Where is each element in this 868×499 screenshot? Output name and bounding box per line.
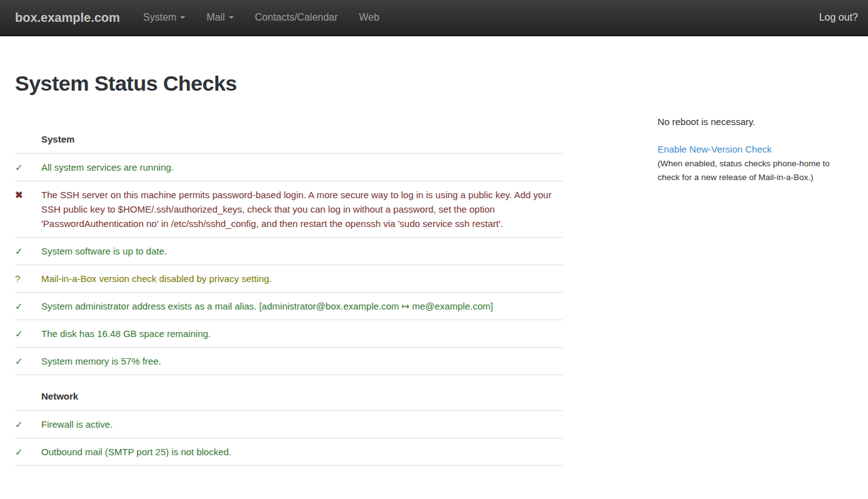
logout-link[interactable]: Log out? xyxy=(819,12,858,23)
error-x-icon: ✖ xyxy=(15,181,41,238)
navbar-brand[interactable]: box.example.com xyxy=(0,0,120,35)
version-check-block: Enable New-Version Check (When enabled, … xyxy=(657,144,853,184)
nav-item-system-label: System xyxy=(143,0,176,35)
status-check-row: ✓ System administrator address exists as… xyxy=(15,293,563,320)
check-icon: ✓ xyxy=(15,320,41,348)
status-checks-panel: System ✓ All system services are running… xyxy=(15,96,563,466)
check-icon: ✓ xyxy=(15,438,41,466)
nav-item-contacts-calendar[interactable]: Contacts/Calendar xyxy=(245,0,349,35)
section-heading-system: System xyxy=(41,118,563,154)
navbar-menu: System Mail Contacts/Calendar Web xyxy=(133,0,390,35)
caret-down-icon xyxy=(180,16,185,19)
page-title: System Status Checks xyxy=(15,71,853,96)
nav-item-contacts-calendar-label: Contacts/Calendar xyxy=(255,0,338,35)
enable-new-version-check-link[interactable]: Enable New-Version Check xyxy=(657,144,772,154)
section-heading-network: Network xyxy=(41,375,563,411)
status-check-text: Outbound mail (SMTP port 25) is not bloc… xyxy=(41,438,563,466)
nav-item-web-label: Web xyxy=(359,0,380,35)
navbar-right: Log out? xyxy=(819,0,868,35)
page-container: System Status Checks System ✓ All system… xyxy=(0,71,868,466)
check-icon: ✓ xyxy=(15,293,41,320)
status-check-text: Firewall is active. xyxy=(41,411,563,438)
status-check-row: ? Mail-in-a-Box version check disabled b… xyxy=(15,265,563,293)
section-heading-row: Network xyxy=(15,375,563,411)
status-check-text: The SSH server on this machine permits p… xyxy=(41,181,563,238)
nav-item-system[interactable]: System xyxy=(133,0,196,35)
section-heading-row: System xyxy=(15,118,563,154)
version-check-note: (When enabled, status checks phone-home … xyxy=(657,157,853,184)
nav-item-mail[interactable]: Mail xyxy=(196,0,244,35)
check-icon: ✓ xyxy=(15,348,41,375)
system-checks-table: System ✓ All system services are running… xyxy=(15,118,563,466)
status-check-row: ✓ Outbound mail (SMTP port 25) is not bl… xyxy=(15,438,563,466)
top-navbar: box.example.com System Mail Contacts/Cal… xyxy=(0,0,868,36)
status-check-row: ✓ All system services are running. xyxy=(15,154,563,181)
status-check-row: ✓ Firewall is active. xyxy=(15,411,563,438)
check-icon: ✓ xyxy=(15,154,41,181)
question-mark-icon: ? xyxy=(15,265,41,293)
status-check-row: ✓ System memory is 57% free. xyxy=(15,348,563,375)
status-check-row: ✖ The SSH server on this machine permits… xyxy=(15,181,563,238)
reboot-status-text: No reboot is necessary. xyxy=(657,116,853,127)
caret-down-icon xyxy=(229,16,234,19)
status-check-text: Mail-in-a-Box version check disabled by … xyxy=(41,265,563,293)
sidebar-panel: No reboot is necessary. Enable New-Versi… xyxy=(657,96,853,184)
status-check-text: System memory is 57% free. xyxy=(41,348,563,375)
status-check-row: ✓ System software is up to date. xyxy=(15,238,563,265)
status-check-text: System administrator address exists as a… xyxy=(41,293,563,320)
nav-item-mail-label: Mail xyxy=(206,0,225,35)
check-icon: ✓ xyxy=(15,238,41,265)
status-check-text: All system services are running. xyxy=(41,154,563,181)
status-check-text: System software is up to date. xyxy=(41,238,563,265)
check-icon: ✓ xyxy=(15,411,41,438)
content-row: System ✓ All system services are running… xyxy=(15,96,853,466)
nav-item-web[interactable]: Web xyxy=(348,0,390,35)
status-check-row: ✓ The disk has 16.48 GB space remaining. xyxy=(15,320,563,348)
status-check-text: The disk has 16.48 GB space remaining. xyxy=(41,320,563,348)
